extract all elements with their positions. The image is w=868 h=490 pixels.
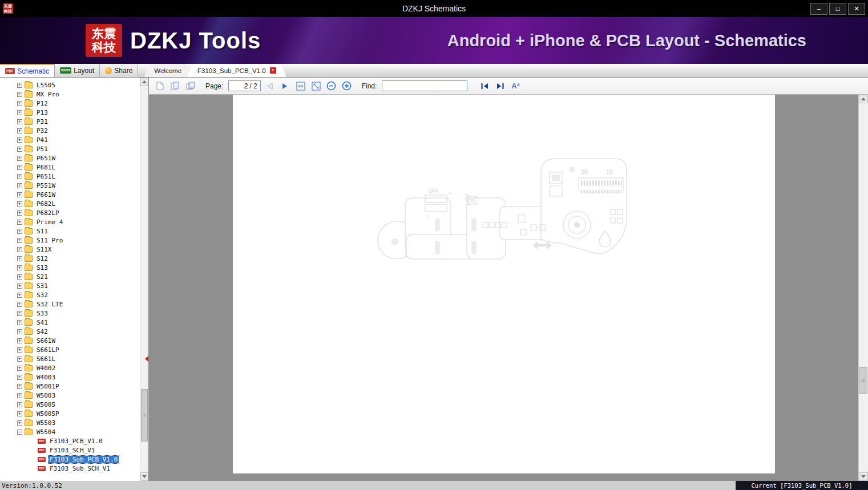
tree-file-item[interactable]: PDFF3103_SCH_V1 bbox=[0, 446, 140, 455]
fit-width-icon[interactable] bbox=[294, 80, 307, 92]
viewer-scroll-down-icon[interactable] bbox=[859, 472, 868, 481]
doc-tab-welcome[interactable]: Welcome bbox=[144, 64, 192, 77]
expand-icon[interactable]: + bbox=[17, 293, 22, 298]
tree-folder-item[interactable]: +Prime 4 bbox=[0, 217, 140, 226]
expand-icon[interactable]: + bbox=[17, 137, 22, 143]
two-pages-icon[interactable] bbox=[169, 80, 181, 92]
find-input[interactable] bbox=[382, 80, 467, 91]
tree-folder-item[interactable]: +P32 bbox=[0, 126, 140, 135]
viewer-scroll-up-icon[interactable] bbox=[859, 95, 868, 103]
expand-icon[interactable]: + bbox=[17, 229, 22, 234]
tree-folder-item[interactable]: +L5505 bbox=[0, 80, 140, 90]
tree-folder-item[interactable]: +S11 Pro bbox=[0, 236, 140, 245]
tree-folder-item[interactable]: +P681L bbox=[0, 163, 140, 172]
expand-icon[interactable]: + bbox=[17, 238, 22, 243]
expand-icon[interactable]: + bbox=[17, 265, 22, 270]
tree-folder-item[interactable]: +S41 bbox=[0, 318, 140, 327]
expand-icon[interactable]: + bbox=[17, 384, 22, 389]
expand-icon[interactable]: + bbox=[17, 210, 22, 216]
expand-icon[interactable]: + bbox=[17, 247, 22, 252]
close-button[interactable]: ✕ bbox=[848, 3, 865, 15]
tree-folder-item[interactable]: +S21 bbox=[0, 272, 140, 281]
tree-folder-item[interactable]: +W5003 bbox=[0, 391, 140, 400]
expand-icon[interactable]: + bbox=[17, 192, 22, 197]
expand-icon[interactable]: + bbox=[17, 201, 22, 206]
expand-icon[interactable]: + bbox=[17, 165, 22, 170]
minimize-button[interactable]: – bbox=[810, 3, 827, 15]
expand-icon[interactable]: + bbox=[17, 147, 22, 152]
tree-folder-item[interactable]: +P651W bbox=[0, 153, 140, 163]
maximize-button[interactable]: □ bbox=[829, 3, 846, 15]
tab-schematic[interactable]: PDF Schematic bbox=[0, 64, 55, 77]
close-tab-icon[interactable]: × bbox=[270, 67, 276, 74]
fit-page-icon[interactable] bbox=[310, 80, 322, 92]
tree-folder-item[interactable]: +S31 bbox=[0, 281, 140, 290]
page-number-input[interactable] bbox=[232, 82, 248, 90]
expand-icon[interactable]: + bbox=[17, 128, 22, 133]
zoom-in-icon[interactable] bbox=[341, 80, 353, 92]
viewer-scroll-thumb[interactable]: ≡ bbox=[859, 367, 867, 394]
expand-icon[interactable]: + bbox=[17, 375, 22, 380]
expand-icon[interactable]: + bbox=[17, 366, 22, 371]
tree-folder-item[interactable]: +P31 bbox=[0, 117, 140, 126]
tree-folder-item[interactable]: −W5504 bbox=[0, 427, 140, 436]
tree-folder-item[interactable]: +P551W bbox=[0, 181, 140, 190]
expand-icon[interactable]: + bbox=[17, 302, 22, 307]
previous-page-icon[interactable] bbox=[264, 80, 276, 92]
tree-folder-item[interactable]: +MX Pro bbox=[0, 90, 140, 99]
tree-file-item[interactable]: PDFF3103_PCB_V1.0 bbox=[0, 436, 140, 446]
pdf-viewer[interactable]: 28 15 SPK VIB + + ≡ bbox=[149, 95, 868, 481]
viewer-scrollbar[interactable]: ≡ bbox=[858, 95, 868, 481]
tree-folder-item[interactable]: +W5005P bbox=[0, 409, 140, 418]
expand-icon[interactable]: + bbox=[17, 402, 22, 407]
sidebar-scrollbar[interactable]: ≡ bbox=[140, 78, 148, 481]
find-next-icon[interactable] bbox=[494, 80, 506, 92]
tree-folder-item[interactable]: +P682LP bbox=[0, 208, 140, 217]
expand-icon[interactable]: + bbox=[17, 83, 22, 88]
collapse-icon[interactable]: − bbox=[17, 430, 22, 435]
sidebar-scroll-thumb[interactable]: ≡ bbox=[141, 389, 148, 442]
tab-layout[interactable]: PADS Layout bbox=[55, 64, 100, 77]
tree-folder-item[interactable]: +S11 bbox=[0, 226, 140, 236]
tree-folder-item[interactable]: +S661L bbox=[0, 354, 140, 363]
tree-folder-item[interactable]: +W4003 bbox=[0, 372, 140, 382]
tree-folder-item[interactable]: +S661LP bbox=[0, 345, 140, 354]
tree-folder-item[interactable]: +P661W bbox=[0, 190, 140, 199]
tree-folder-item[interactable]: +S42 bbox=[0, 327, 140, 336]
tree-folder-item[interactable]: +W5503 bbox=[0, 418, 140, 427]
tree-folder-item[interactable]: +P41 bbox=[0, 135, 140, 144]
expand-icon[interactable]: + bbox=[17, 220, 22, 225]
scroll-up-icon[interactable] bbox=[140, 78, 148, 86]
tree-folder-item[interactable]: +W5005 bbox=[0, 400, 140, 409]
expand-icon[interactable]: + bbox=[17, 338, 22, 343]
expand-icon[interactable]: + bbox=[17, 256, 22, 261]
expand-icon[interactable]: + bbox=[17, 320, 22, 325]
expand-icon[interactable]: + bbox=[17, 347, 22, 353]
expand-icon[interactable]: + bbox=[17, 357, 22, 362]
tree-file-item[interactable]: PDFF3103_Sub_SCH_V1 bbox=[0, 464, 140, 473]
tree-file-item[interactable]: PDFF3103_Sub_PCB_V1.0 bbox=[0, 455, 140, 464]
expand-icon[interactable]: + bbox=[17, 174, 22, 179]
tab-share[interactable]: Share bbox=[100, 64, 138, 77]
expand-icon[interactable]: + bbox=[17, 156, 22, 161]
zoom-out-icon[interactable] bbox=[325, 80, 338, 92]
tree-folder-item[interactable]: +S33 bbox=[0, 309, 140, 318]
tree-folder-item[interactable]: +S32 bbox=[0, 290, 140, 299]
match-case-icon[interactable]: Aª bbox=[509, 80, 522, 92]
expand-icon[interactable]: + bbox=[17, 183, 22, 188]
tree-folder-item[interactable]: +P13 bbox=[0, 108, 140, 117]
tree-folder-item[interactable]: +S13 bbox=[0, 263, 140, 272]
expand-icon[interactable]: + bbox=[17, 119, 22, 124]
multi-pages-icon[interactable] bbox=[184, 80, 197, 92]
expand-icon[interactable]: + bbox=[17, 101, 22, 106]
expand-icon[interactable]: + bbox=[17, 92, 22, 97]
tree-folder-item[interactable]: +S32 LTE bbox=[0, 299, 140, 309]
scroll-down-icon[interactable] bbox=[140, 472, 148, 481]
tree-folder-item[interactable]: +S11X bbox=[0, 245, 140, 254]
tree-folder-item[interactable]: +P651L bbox=[0, 172, 140, 181]
tree-folder-item[interactable]: +P51 bbox=[0, 144, 140, 153]
find-previous-icon[interactable] bbox=[478, 80, 491, 92]
next-page-icon[interactable] bbox=[279, 80, 292, 92]
splitter-collapse-icon[interactable] bbox=[145, 356, 148, 362]
tree-folder-item[interactable]: +S12 bbox=[0, 254, 140, 263]
